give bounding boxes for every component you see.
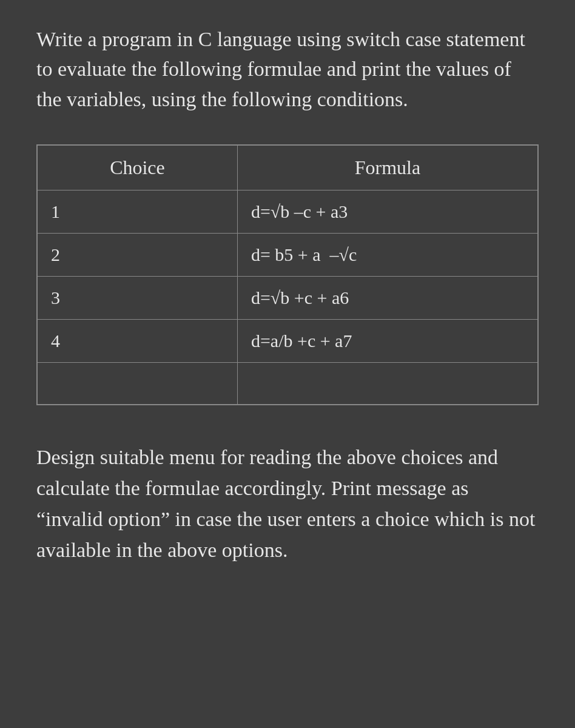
footer-paragraph: Design suitable menu for reading the abo… <box>36 442 539 565</box>
formula-table: Choice Formula 1d=√b –c + a32d= b5 + a –… <box>36 144 539 406</box>
header-choice: Choice <box>37 145 237 190</box>
cell-formula: d=√b +c + a6 <box>237 276 538 319</box>
table-header-row: Choice Formula <box>37 145 538 190</box>
table-row: 4d=a/b +c + a7 <box>37 319 538 362</box>
header-formula: Formula <box>237 145 538 190</box>
cell-formula: d=a/b +c + a7 <box>237 319 538 362</box>
cell-choice <box>37 362 237 405</box>
formula-table-container: Choice Formula 1d=√b –c + a32d= b5 + a –… <box>36 144 539 406</box>
table-row: 1d=√b –c + a3 <box>37 190 538 233</box>
table-row <box>37 362 538 405</box>
table-row: 3d=√b +c + a6 <box>37 276 538 319</box>
cell-choice: 4 <box>37 319 237 362</box>
cell-formula <box>237 362 538 405</box>
table-row: 2d= b5 + a –√c <box>37 233 538 276</box>
cell-formula: d=√b –c + a3 <box>237 190 538 233</box>
cell-choice: 3 <box>37 276 237 319</box>
cell-choice: 2 <box>37 233 237 276</box>
intro-paragraph: Write a program in C language using swit… <box>36 24 539 114</box>
cell-formula: d= b5 + a –√c <box>237 233 538 276</box>
cell-choice: 1 <box>37 190 237 233</box>
